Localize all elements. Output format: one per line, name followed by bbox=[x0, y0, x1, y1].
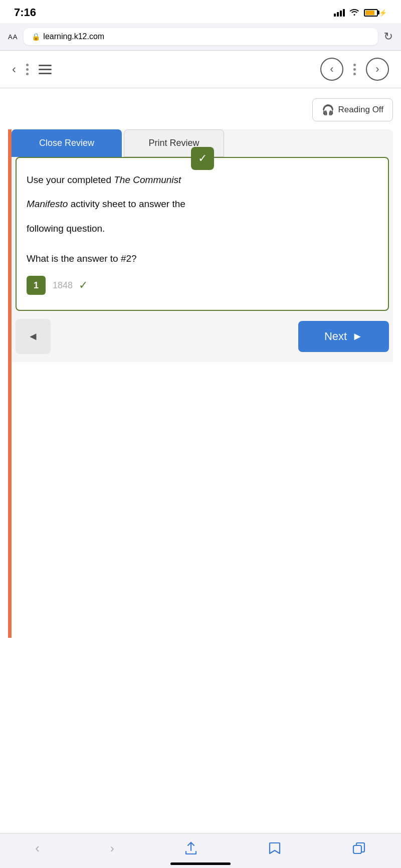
answer-number: 1 bbox=[27, 276, 46, 295]
close-review-button[interactable]: Close Review bbox=[12, 129, 122, 157]
back-button[interactable]: ◄ bbox=[16, 319, 51, 354]
back-nav-button[interactable]: ‹ bbox=[12, 62, 16, 76]
content-spacer bbox=[12, 362, 393, 638]
next-page-button[interactable]: › bbox=[366, 58, 389, 81]
nav-bar: ‹ ‹ › bbox=[0, 51, 401, 88]
answer-input-area: 1848 ✓ bbox=[53, 279, 378, 292]
chevron-right-icon: › bbox=[375, 63, 379, 76]
next-arrow-icon: ► bbox=[352, 330, 363, 343]
next-label: Next bbox=[324, 330, 347, 343]
checkmark-icon: ✓ bbox=[198, 152, 207, 165]
nav-footer: ◄ Next ► bbox=[12, 319, 393, 362]
battery-icon: ⚡ bbox=[364, 9, 387, 17]
reading-btn-container: 🎧 Reading Off bbox=[8, 98, 393, 121]
question-text: Use your completed The Communist Manifes… bbox=[27, 172, 378, 267]
correct-badge: ✓ bbox=[191, 147, 214, 170]
chevron-left-icon: ‹ bbox=[330, 63, 333, 76]
status-time: 7:16 bbox=[14, 6, 36, 19]
prev-page-button[interactable]: ‹ bbox=[320, 58, 343, 81]
next-button[interactable]: Next ► bbox=[298, 321, 389, 352]
address-bar[interactable]: 🔒 learning.k12.com bbox=[24, 28, 378, 45]
status-bar: 7:16 ⚡ bbox=[0, 0, 401, 23]
answer-check-icon: ✓ bbox=[79, 279, 88, 292]
nav-left: ‹ bbox=[12, 62, 52, 76]
svg-rect-0 bbox=[353, 845, 361, 853]
aa-button[interactable]: AA bbox=[8, 32, 18, 42]
signal-icon bbox=[334, 9, 345, 17]
safari-tabs-button[interactable] bbox=[352, 841, 366, 855]
lesson-card: Close Review Print Review ✓ Use your com… bbox=[8, 129, 393, 638]
safari-share-button[interactable] bbox=[184, 841, 197, 855]
answer-value: 1848 bbox=[53, 280, 73, 291]
more-options-button[interactable] bbox=[26, 64, 29, 75]
status-icons: ⚡ bbox=[334, 8, 387, 18]
reading-label: Reading Off bbox=[338, 105, 383, 115]
safari-bookmarks-button[interactable] bbox=[268, 841, 281, 855]
answer-row: 1 1848 ✓ bbox=[27, 276, 378, 295]
safari-forward-button[interactable]: › bbox=[110, 841, 114, 855]
home-indicator bbox=[170, 862, 231, 865]
headphones-icon: 🎧 bbox=[322, 104, 334, 116]
wifi-icon bbox=[349, 8, 360, 18]
main-content: 🎧 Reading Off Close Review Print Review … bbox=[0, 88, 401, 690]
back-arrow-icon: ◄ bbox=[28, 330, 39, 343]
page-options-button[interactable] bbox=[353, 64, 356, 75]
url-text: learning.k12.com bbox=[43, 32, 104, 41]
browser-bar: AA 🔒 learning.k12.com ↺ bbox=[0, 23, 401, 51]
lock-icon: 🔒 bbox=[32, 33, 40, 41]
menu-button[interactable] bbox=[39, 65, 52, 74]
question-card: ✓ Use your completed The Communist Manif… bbox=[16, 157, 389, 311]
nav-right: ‹ › bbox=[320, 58, 389, 81]
reload-button[interactable]: ↺ bbox=[384, 30, 393, 43]
safari-back-button[interactable]: ‹ bbox=[35, 840, 40, 856]
reading-toggle-button[interactable]: 🎧 Reading Off bbox=[312, 98, 393, 121]
